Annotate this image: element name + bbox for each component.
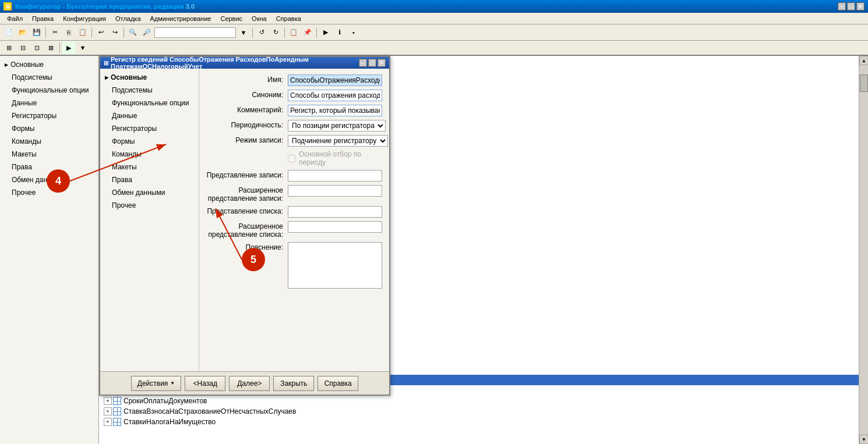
actions-btn[interactable]: Действия ▼ bbox=[131, 376, 182, 391]
writemode-select[interactable]: Подчинение регистратору bbox=[288, 135, 388, 147]
tb-undo[interactable]: ↩ bbox=[94, 26, 107, 39]
expand-icon-6[interactable]: + bbox=[104, 407, 112, 415]
dialog-nav-layouts[interactable]: Макеты bbox=[100, 161, 199, 173]
sidebar-item-commands[interactable]: Команды bbox=[0, 135, 98, 148]
tb-info[interactable]: ℹ bbox=[333, 26, 346, 39]
synonym-field bbox=[288, 90, 382, 101]
dialog-nav-registrators[interactable]: Регистраторы bbox=[100, 122, 199, 135]
back-btn[interactable]: <Назад bbox=[185, 376, 225, 391]
tb-paste2[interactable]: 📌 bbox=[301, 26, 314, 39]
ext-record-view-input[interactable] bbox=[288, 185, 382, 197]
scroll-up-btn[interactable]: ▲ bbox=[859, 56, 868, 65]
tb-drop[interactable]: ▼ bbox=[237, 26, 250, 39]
toolbar-search-input[interactable] bbox=[154, 27, 236, 38]
dialog-nav-data[interactable]: Данные bbox=[100, 109, 199, 122]
tb2-btn3[interactable]: ⊡ bbox=[30, 41, 43, 54]
tb-dot[interactable]: • bbox=[347, 26, 360, 39]
dialog-nav-other[interactable]: Прочее bbox=[100, 199, 199, 212]
period-filter-checkbox[interactable] bbox=[288, 155, 295, 162]
period-filter-label: Основной отбор по периоду bbox=[299, 150, 382, 166]
menu-config[interactable]: Конфигурация bbox=[58, 14, 111, 23]
tb-save[interactable]: 💾 bbox=[30, 26, 43, 39]
tb2-btn4[interactable]: ⊠ bbox=[44, 41, 57, 54]
dialog-nav-commands[interactable]: Команды bbox=[100, 148, 199, 161]
tb-copy[interactable]: ⎘ bbox=[62, 26, 75, 39]
dialog-min-btn[interactable]: ─ bbox=[359, 59, 367, 67]
tb-redo[interactable]: ↪ bbox=[108, 26, 121, 39]
comment-label: Комментарий: bbox=[206, 105, 288, 114]
close-btn[interactable]: Закрыть bbox=[273, 376, 314, 391]
dialog-nav-subsystems[interactable]: Подсистемы bbox=[100, 84, 199, 97]
record-view-input[interactable] bbox=[288, 170, 382, 182]
dialog-nav-main[interactable]: Основные bbox=[100, 71, 199, 84]
maximize-btn[interactable]: □ bbox=[847, 2, 855, 10]
expand-icon-7[interactable]: + bbox=[104, 418, 112, 426]
sidebar-item-functional[interactable]: Функциональные опции bbox=[0, 84, 98, 97]
tb2-play[interactable]: ▶ bbox=[62, 41, 75, 54]
menu-help[interactable]: Справка bbox=[271, 14, 306, 23]
tb-search2[interactable]: 🔎 bbox=[140, 26, 153, 39]
writemode-field: Подчинение регистратору bbox=[288, 135, 388, 147]
sidebar-item-exchange[interactable]: Обмен данными bbox=[0, 173, 98, 186]
menu-windows[interactable]: Окна bbox=[247, 14, 271, 23]
sidebar-item-other[interactable]: Прочее bbox=[0, 186, 98, 199]
ext-list-view-input[interactable] bbox=[288, 221, 382, 233]
sidebar-item-data[interactable]: Данные bbox=[0, 97, 98, 109]
actions-arrow-icon: ▼ bbox=[170, 381, 175, 386]
tb2-drop[interactable]: ▼ bbox=[76, 41, 89, 54]
tb-cut[interactable]: ✂ bbox=[48, 26, 61, 39]
menu-admin[interactable]: Администрирование bbox=[146, 14, 216, 23]
tree-item-7[interactable]: + СтавкиНалогаНаИмущество bbox=[101, 417, 866, 427]
dialog-nav-forms[interactable]: Формы bbox=[100, 135, 199, 148]
sidebar-item-layouts[interactable]: Макеты bbox=[0, 148, 98, 161]
scroll-down-btn[interactable]: ▼ bbox=[859, 435, 868, 444]
comment-input[interactable] bbox=[288, 105, 382, 116]
sidebar-item-registrators[interactable]: Регистраторы bbox=[0, 109, 98, 122]
dialog-nav-exchange[interactable]: Обмен данными bbox=[100, 186, 199, 199]
sidebar-item-rights[interactable]: Права bbox=[0, 161, 98, 173]
tb2-btn2[interactable]: ⊟ bbox=[16, 41, 29, 54]
synonym-input[interactable] bbox=[288, 90, 382, 101]
tb-refresh[interactable]: ↺ bbox=[255, 26, 268, 39]
sidebar-item-main[interactable]: Основные bbox=[0, 58, 98, 71]
tb2-btn1[interactable]: ⊞ bbox=[2, 41, 15, 54]
tb-open[interactable]: 📂 bbox=[16, 26, 29, 39]
expand-icon-5[interactable]: + bbox=[104, 397, 112, 405]
tb-refresh2[interactable]: ↻ bbox=[269, 26, 282, 39]
dialog-close-btn[interactable]: ✕ bbox=[377, 59, 386, 67]
dialog-max-btn[interactable]: □ bbox=[368, 59, 376, 67]
menu-file[interactable]: Файл bbox=[2, 14, 27, 23]
menu-edit[interactable]: Правка bbox=[27, 14, 58, 23]
tree-item-6[interactable]: + СтавкаВзносаНаСтрахованиеОтНесчастныхС… bbox=[101, 406, 866, 417]
explanation-textarea[interactable] bbox=[288, 242, 382, 289]
menu-bar: Файл Правка Конфигурация Отладка Админис… bbox=[0, 13, 868, 24]
v-scrollbar[interactable]: ▲ ▼ bbox=[859, 56, 868, 444]
close-btn[interactable]: ✕ bbox=[856, 2, 865, 10]
list-view-input[interactable] bbox=[288, 206, 382, 218]
tree-item-5[interactable]: + СрокиОплатыДокументов bbox=[101, 396, 866, 406]
minimize-btn[interactable]: ─ bbox=[838, 2, 846, 10]
menu-service[interactable]: Сервис bbox=[216, 14, 247, 23]
next-btn[interactable]: Далее> bbox=[229, 376, 270, 391]
tb-copy2[interactable]: 📋 bbox=[287, 26, 300, 39]
help-btn[interactable]: Справка bbox=[317, 376, 358, 391]
dialog-nav-functional[interactable]: Функциональные опции bbox=[100, 97, 199, 109]
main-area: Основные Подсистемы Функциональные опции… bbox=[0, 56, 868, 444]
tb-paste[interactable]: 📋 bbox=[76, 26, 89, 39]
form-row-explanation: Пояснение: bbox=[206, 242, 382, 290]
tb-search[interactable]: 🔍 bbox=[126, 26, 139, 39]
tb-sep2 bbox=[91, 27, 92, 38]
period-filter-field: Основной отбор по периоду bbox=[288, 150, 382, 166]
periodicity-select[interactable]: По позиции регистратора bbox=[288, 120, 386, 132]
dialog-nav-rights[interactable]: Права bbox=[100, 173, 199, 186]
tb-new[interactable]: 📄 bbox=[2, 26, 15, 39]
tb-run[interactable]: ▶ bbox=[319, 26, 332, 39]
dialog-titlebar: ⊞ Регистр сведений СпособыОтражения Расх… bbox=[100, 57, 389, 69]
menu-debug[interactable]: Отладка bbox=[111, 14, 145, 23]
name-input[interactable] bbox=[288, 74, 382, 86]
writemode-label: Режим записи: bbox=[206, 135, 288, 144]
sidebar-item-forms[interactable]: Формы bbox=[0, 122, 98, 135]
scroll-thumb[interactable] bbox=[860, 74, 868, 92]
sidebar-item-subsystems[interactable]: Подсистемы bbox=[0, 71, 98, 84]
comment-field bbox=[288, 105, 382, 116]
